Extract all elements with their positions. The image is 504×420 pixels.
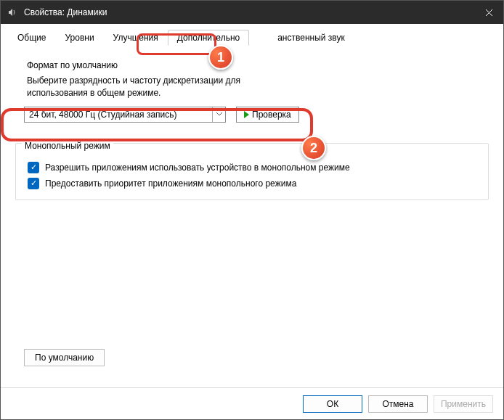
annotation-badge-1: 1 <box>208 45 233 70</box>
format-description: Выберите разрядность и частоту дискретиз… <box>27 75 288 99</box>
checkbox-icon-checked: ✓ <box>28 162 39 173</box>
tab-enhancements[interactable]: Улучшения <box>104 30 168 46</box>
tab-content: Формат по умолчанию Выберите разрядность… <box>1 46 503 387</box>
titlebar: Свойства: Динамики <box>1 1 503 24</box>
group-title-format: Формат по умолчанию <box>27 60 489 70</box>
window-title: Свойства: Динамики <box>24 7 474 17</box>
apply-button: Применить <box>434 395 493 413</box>
cancel-button[interactable]: Отмена <box>368 395 428 413</box>
play-icon <box>244 111 249 118</box>
close-button[interactable] <box>474 1 503 24</box>
checkbox-icon-checked: ✓ <box>28 178 39 189</box>
group-title-exclusive: Монопольный режим <box>22 141 113 151</box>
group-default-format: Формат по умолчанию Выберите разрядность… <box>15 53 489 123</box>
tab-general[interactable]: Общие <box>8 30 55 46</box>
format-row: 24 бит, 48000 Гц (Студийная запись) Пров… <box>24 107 489 123</box>
checkbox-exclusive-priority[interactable]: ✓ Предоставить приоритет приложениям мон… <box>28 178 488 189</box>
checkbox-allow-exclusive-label: Разрешить приложениям использовать устро… <box>45 162 350 173</box>
annotation-badge-2: 2 <box>301 136 326 160</box>
group-exclusive-mode: Монопольный режим ✓ Разрешить приложения… <box>15 143 489 200</box>
defaults-button[interactable]: По умолчанию <box>24 349 105 366</box>
tab-advanced[interactable]: Дополнительно <box>168 30 249 46</box>
checkbox-allow-exclusive[interactable]: ✓ Разрешить приложениям использовать уст… <box>28 162 488 173</box>
chevron-down-icon[interactable] <box>212 107 225 122</box>
test-button[interactable]: Проверка <box>236 107 299 123</box>
tab-strip: Общие Уровни Улучшения Дополнительно анс… <box>1 24 503 46</box>
tab-levels[interactable]: Уровни <box>55 30 103 46</box>
properties-dialog: Свойства: Динамики Общие Уровни Улучшени… <box>0 0 504 420</box>
format-combobox[interactable]: 24 бит, 48000 Гц (Студийная запись) <box>24 107 226 123</box>
checkbox-exclusive-priority-label: Предоставить приоритет приложениям моноп… <box>45 178 296 189</box>
dialog-footer: ОК Отмена Применить <box>1 387 503 419</box>
speaker-icon <box>7 7 18 18</box>
ok-button[interactable]: ОК <box>303 395 362 413</box>
test-button-label: Проверка <box>252 110 291 120</box>
format-combobox-value: 24 бит, 48000 Гц (Студийная запись) <box>25 110 212 120</box>
tab-spatial-sound[interactable]: анственный звук <box>268 30 354 46</box>
